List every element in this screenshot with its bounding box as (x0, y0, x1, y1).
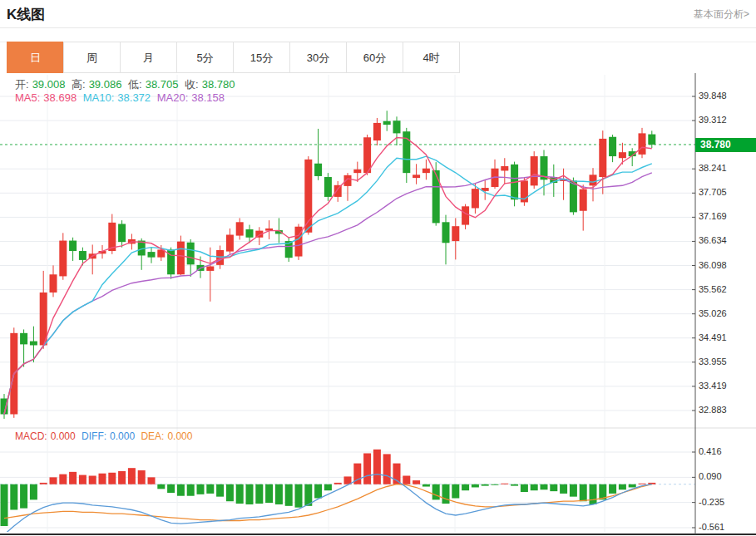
current-price-tag: 38.780 (695, 138, 756, 152)
y-axis-label: 39.848 (699, 91, 727, 101)
ma20-line (4, 173, 652, 415)
y-axis-label: 33.955 (699, 357, 727, 366)
macd-group (0, 450, 695, 534)
header-divider (0, 27, 756, 28)
y-axis-label: -0.235 (699, 497, 724, 507)
y-axis-label: 32.883 (699, 405, 727, 415)
fundamental-analysis-link[interactable]: 基本面分析> (694, 7, 749, 22)
kline-chart[interactable]: 开:39.008 高:39.086 低:38.705 收:38.780 MA5:… (0, 73, 756, 536)
kline-page: { "header": { "title": "K线图", "link": "基… (0, 0, 756, 536)
y-axis-label: 0.416 (699, 446, 722, 456)
page-title: K线图 (7, 5, 45, 24)
tab-15分[interactable]: 15分 (233, 42, 290, 73)
y-axis-label: 38.241 (699, 163, 727, 173)
y-axis-label: 35.026 (699, 308, 727, 318)
tab-日[interactable]: 日 (7, 42, 64, 73)
tab-5分[interactable]: 5分 (176, 42, 234, 73)
y-axis-label: 34.491 (699, 332, 727, 342)
candles-group (1, 111, 656, 419)
tab-30分[interactable]: 30分 (289, 42, 347, 73)
tab-月[interactable]: 月 (120, 42, 177, 73)
y-axis-label: 36.098 (699, 260, 727, 270)
y-axis-label: 39.312 (699, 115, 727, 125)
y-axis-label: 37.705 (699, 187, 727, 197)
y-axis-label: 33.419 (699, 381, 727, 391)
y-axis-label: 35.562 (699, 284, 727, 294)
y-axis-label: -0.561 (699, 522, 724, 532)
y-axis-label: 0.090 (699, 471, 722, 481)
tab-周[interactable]: 周 (63, 42, 121, 73)
tab-4时[interactable]: 4时 (403, 42, 460, 73)
tab-60分[interactable]: 60分 (346, 42, 403, 73)
y-axis-label: 37.169 (699, 211, 727, 221)
y-axis-label: 36.634 (699, 235, 727, 245)
period-tab-bar: 日周月5分15分30分60分4时 (7, 42, 460, 73)
chart-canvas[interactable] (0, 73, 756, 536)
